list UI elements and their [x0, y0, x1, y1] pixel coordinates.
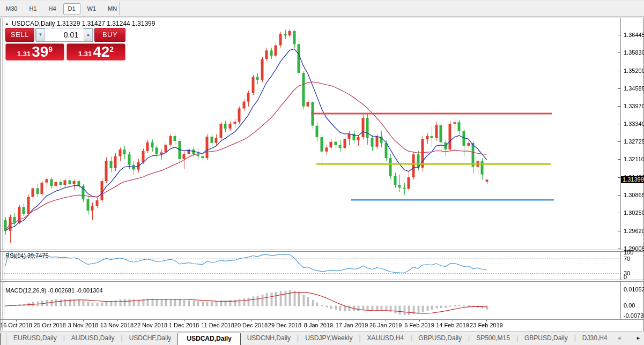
sell-price-prefix: 1.31 [17, 50, 31, 58]
chart-left-border [4, 18, 4, 320]
chart-tab-gbpusd-7[interactable]: GBPUSD,Daily [412, 332, 468, 344]
chart-tab-xauusd-6[interactable]: XAUUSD,H4 [361, 332, 411, 344]
chart-tab-audusd-1[interactable]: AUDUSD,Daily [65, 332, 121, 344]
date-tick-label: 8 Jan 2019 [304, 322, 333, 328]
one-click-trading-panel: SELL ▼ 0.01 ▲ BUY 1.31399 1.31422 [5, 28, 125, 61]
chart-tab-eurusd-0[interactable]: EURUSD,Daily [7, 332, 63, 344]
date-tick-label: 3 Nov 2018 [68, 322, 98, 328]
rsi-axis-label: 0 [624, 274, 627, 280]
date-tick-label: 26 Jan 2019 [369, 322, 402, 328]
current-price-badge: 1.31399 [621, 176, 644, 183]
buy-price-pip: 2 [109, 45, 114, 54]
date-tick-label: 20 Dec 2018 [234, 322, 268, 328]
date-tick-label: 5 Feb 2019 [404, 322, 434, 328]
chart-tab-sp500-8[interactable]: SP500,M15 [470, 332, 516, 344]
price-tick-label: 1.30250 [624, 209, 644, 216]
date-tick-label: 1 Dec 2018 [169, 322, 199, 328]
price-tick-label: 1.30865 [624, 192, 644, 198]
chart-tab-usdchf-2[interactable]: USDCHF,Daily [123, 332, 178, 344]
macd-panel-resize-handle[interactable] [1, 280, 643, 282]
date-tick-label: 11 Dec 2018 [201, 322, 234, 328]
date-tick-label: 17 Jan 2019 [336, 322, 368, 328]
buy-price-big: 42 [93, 45, 109, 59]
rsi-axis-label: 70 [624, 256, 630, 262]
date-tick-label: 25 Oct 2018 [34, 322, 66, 328]
price-tick-label: 1.29620 [624, 228, 644, 234]
macd-indicator-label: MACD(12,26,9) -0.002681 -0.001304 [5, 287, 103, 294]
date-tick-label: 14 Feb 2019 [436, 322, 469, 328]
rsi-indicator-label: RSI(14) 39.7475 [5, 252, 49, 259]
date-tick-label: 13 Nov 2018 [100, 322, 134, 328]
chart-tab-usdjpy-5[interactable]: USDJPY,Weekly [299, 332, 359, 344]
chart-tab-gbpusd-9[interactable]: GBPUSD,Daily [518, 332, 574, 344]
macd-axis-label: -0.0073 [624, 312, 643, 319]
price-tick-label: 1.35830 [624, 49, 644, 56]
price-tick-label: 1.36445 [624, 32, 644, 38]
price-tick-label: 1.32110 [624, 156, 644, 162]
mt4-window: { "toolbar": { "timeframes": [ {"label":… [0, 0, 644, 345]
chart-title: ▲USDCAD,Daily 1.31329 1.31427 1.31244 1.… [5, 20, 155, 27]
volume-increase-icon[interactable]: ▲ [84, 28, 93, 41]
chart-tab-bar: EURUSD,Daily|AUDUSD,Daily|USDCHF,DailyUS… [0, 332, 644, 345]
macd-axis-label: 0.010525 [624, 286, 644, 292]
macd-axis-label: 0.00 [624, 302, 635, 309]
price-axis-border [620, 18, 621, 320]
sell-price-big: 39 [32, 45, 48, 59]
sell-button[interactable]: SELL [5, 28, 34, 42]
price-tick-label: 1.33340 [624, 121, 644, 127]
date-tick-label: 16 Oct 2018 [0, 322, 32, 328]
volume-stepper: ▼ 0.01 ▲ [35, 28, 93, 42]
sell-price-button[interactable]: 1.31399 [5, 43, 64, 61]
chart-symbol-label: USDCAD,Daily [12, 20, 55, 27]
tab-scroll-left-icon[interactable]: ◄ [617, 335, 621, 341]
price-tick-label: 1.35200 [624, 68, 644, 74]
chart-tab-dj30-10[interactable]: DJ30,H4 [576, 332, 612, 344]
buy-price-button[interactable]: 1.31422 [66, 43, 125, 61]
chart-ohlc-values: 1.31329 1.31427 1.31244 1.31399 [55, 20, 156, 27]
volume-decrease-icon[interactable]: ▼ [36, 28, 45, 41]
price-tick-label: 1.32725 [624, 138, 644, 145]
chart-tab-usdcad-3[interactable]: USDCAD,Daily [177, 333, 240, 345]
buy-button[interactable]: BUY [94, 28, 125, 42]
buy-price-prefix: 1.31 [78, 50, 92, 58]
date-tick-label: 23 Feb 2019 [470, 322, 503, 328]
chart-tab-usdcnh-4[interactable]: USDCNH,Daily [241, 332, 297, 344]
rsi-panel-resize-handle[interactable] [1, 250, 643, 252]
price-tick-label: 1.33970 [624, 103, 644, 109]
sell-price-pip: 9 [48, 45, 53, 54]
volume-input[interactable]: 0.01 [45, 28, 84, 41]
price-tick-label: 1.34585 [624, 85, 644, 92]
collapse-triangle-icon[interactable]: ▲ [5, 21, 9, 26]
tab-scroll-right-icon[interactable]: ► [636, 335, 641, 341]
xaxis-divider [1, 319, 643, 320]
date-tick-label: 22 Nov 2018 [134, 322, 167, 328]
rsi-axis-label: 100 [624, 249, 633, 256]
tab-bar-stub [0, 333, 6, 345]
date-tick-label: 29 Dec 2018 [268, 322, 301, 328]
